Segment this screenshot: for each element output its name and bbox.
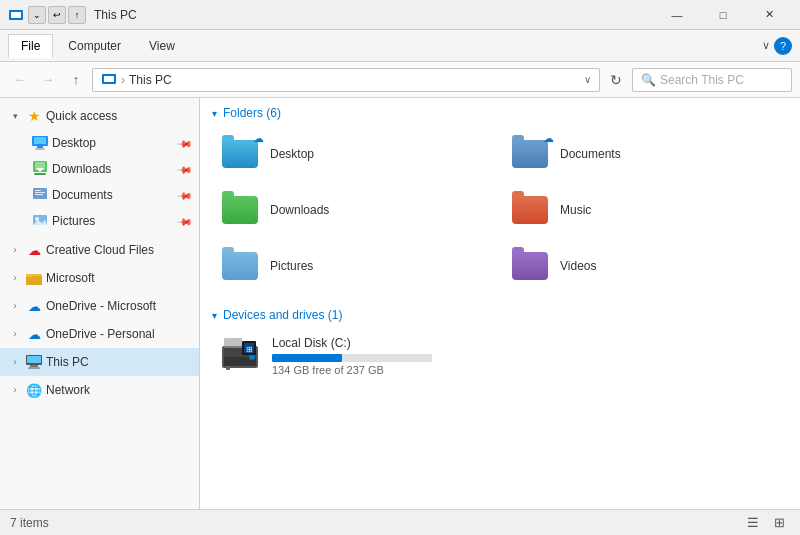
desktop-folder-icon: ☁: [220, 134, 260, 174]
title-bar: ⌄ ↩ ↑ This PC — □ ✕: [0, 0, 800, 30]
svg-rect-21: [26, 274, 33, 277]
sidebar: ▾ ★ Quick access Desktop 📌 Downloads 📌: [0, 98, 200, 509]
sidebar-item-pictures[interactable]: Pictures 📌: [0, 208, 199, 234]
search-box[interactable]: 🔍 Search This PC: [632, 68, 792, 92]
videos-folder-icon: [510, 246, 550, 286]
sidebar-pictures-label: Pictures: [52, 214, 175, 228]
devices-chevron-icon: ▾: [212, 310, 217, 321]
item-count-label: 7 items: [10, 516, 49, 530]
address-path[interactable]: › This PC ∨: [92, 68, 600, 92]
sidebar-downloads-label: Downloads: [52, 162, 175, 176]
sidebar-item-network[interactable]: › 🌐 Network: [0, 376, 199, 404]
svg-text:⊞: ⊞: [246, 345, 253, 354]
address-thispc: This PC: [129, 73, 172, 87]
desktop-icon: [32, 135, 48, 151]
folders-section-label: Folders (6): [223, 106, 281, 120]
svg-rect-23: [27, 356, 41, 363]
drive-c-info: Local Disk (C:) 134 GB free of 237 GB: [272, 336, 780, 376]
address-dropdown-icon[interactable]: ∨: [584, 74, 591, 85]
window-controls: — □ ✕: [654, 0, 792, 30]
up-button[interactable]: ↑: [64, 68, 88, 92]
svg-rect-15: [35, 194, 43, 195]
svg-rect-3: [104, 76, 114, 82]
quick-btn-3[interactable]: ↑: [68, 6, 86, 24]
drive-c-bar-bg: [272, 354, 432, 362]
star-icon: ★: [26, 108, 42, 124]
folders-section-header[interactable]: ▾ Folders (6): [212, 106, 788, 120]
sidebar-microsoft-label: Microsoft: [46, 271, 191, 285]
sidebar-item-documents[interactable]: Documents 📌: [0, 182, 199, 208]
sidebar-item-quick-access[interactable]: ▾ ★ Quick access: [0, 102, 199, 130]
drive-c-free-space: 134 GB free of 237 GB: [272, 364, 780, 376]
folder-item-videos[interactable]: Videos: [502, 240, 788, 292]
music-folder-label: Music: [560, 203, 591, 217]
pictures-folder-label: Pictures: [270, 259, 313, 273]
ribbon-chevron: ∨ ?: [762, 37, 792, 55]
documents-folder-icon: ☁: [510, 134, 550, 174]
tab-file[interactable]: File: [8, 34, 53, 58]
svg-rect-1: [11, 12, 21, 18]
sidebar-item-microsoft[interactable]: › Microsoft: [0, 264, 199, 292]
sidebar-item-downloads[interactable]: Downloads 📌: [0, 156, 199, 182]
sidebar-item-this-pc[interactable]: › This PC: [0, 348, 199, 376]
videos-folder-label: Videos: [560, 259, 596, 273]
network-chevron-icon: ›: [8, 383, 22, 397]
search-icon: 🔍: [641, 73, 656, 87]
pictures-folder-icon: [220, 246, 260, 286]
pin-icon-2: 📌: [177, 161, 193, 177]
help-icon[interactable]: ?: [774, 37, 792, 55]
svg-rect-11: [34, 173, 46, 175]
quick-access-label: Quick access: [46, 109, 191, 123]
this-pc-icon: [26, 354, 42, 370]
sidebar-item-creative-cloud[interactable]: › ☁ Creative Cloud Files: [0, 236, 199, 264]
folder-item-documents[interactable]: ☁ Documents: [502, 128, 788, 180]
pictures-icon: [32, 213, 48, 229]
devices-section-label: Devices and drives (1): [223, 308, 342, 322]
drive-c-bar-fill: [272, 354, 342, 362]
main-layout: ▾ ★ Quick access Desktop 📌 Downloads 📌: [0, 98, 800, 509]
grid-view-button[interactable]: ⊞: [768, 514, 790, 532]
cc-chevron-icon: ›: [8, 243, 22, 257]
list-view-button[interactable]: ☰: [742, 514, 764, 532]
svg-rect-24: [30, 365, 38, 367]
folder-item-desktop[interactable]: ☁ Desktop: [212, 128, 498, 180]
content-area: ▾ Folders (6) ☁ Desktop ☁ Documents: [200, 98, 800, 509]
quick-btn-1[interactable]: ⌄: [28, 6, 46, 24]
close-button[interactable]: ✕: [746, 0, 792, 30]
microsoft-folder-icon: [26, 270, 42, 286]
ribbon: File Computer View ∨ ?: [0, 30, 800, 62]
svg-rect-31: [224, 338, 242, 348]
odp-chevron-icon: ›: [8, 327, 22, 341]
minimize-button[interactable]: —: [654, 0, 700, 30]
devices-section-header[interactable]: ▾ Devices and drives (1): [212, 308, 788, 322]
folder-item-downloads[interactable]: Downloads: [212, 184, 498, 236]
odm-chevron-icon: ›: [8, 299, 22, 313]
tab-view[interactable]: View: [136, 34, 188, 58]
tab-computer[interactable]: Computer: [55, 34, 134, 58]
svg-rect-6: [37, 146, 43, 148]
sidebar-item-onedrive-microsoft[interactable]: › ☁ OneDrive - Microsoft: [0, 292, 199, 320]
forward-button[interactable]: →: [36, 68, 60, 92]
pin-icon: 📌: [177, 135, 193, 151]
svg-rect-13: [35, 190, 41, 191]
svg-rect-5: [34, 137, 46, 144]
folder-item-pictures[interactable]: Pictures: [212, 240, 498, 292]
documents-folder-label: Documents: [560, 147, 621, 161]
back-button[interactable]: ←: [8, 68, 32, 92]
quick-access-section: ▾ ★ Quick access Desktop 📌 Downloads 📌: [0, 102, 199, 234]
window-title: This PC: [94, 8, 654, 22]
refresh-button[interactable]: ↻: [604, 68, 628, 92]
ms-chevron-icon: ›: [8, 271, 22, 285]
desktop-folder-label: Desktop: [270, 147, 314, 161]
collapse-ribbon-icon[interactable]: ∨: [762, 39, 770, 52]
drive-item-c[interactable]: ⊞ Local Disk (C:) 134 GB free of 237 GB: [212, 330, 788, 382]
svg-rect-7: [35, 148, 45, 150]
sidebar-thispc-label: This PC: [46, 355, 191, 369]
pin-icon-4: 📌: [177, 213, 193, 229]
onedrive-personal-icon: ☁: [26, 326, 42, 342]
maximize-button[interactable]: □: [700, 0, 746, 30]
sidebar-item-onedrive-personal[interactable]: › ☁ OneDrive - Personal: [0, 320, 199, 348]
sidebar-item-desktop[interactable]: Desktop 📌: [0, 130, 199, 156]
folder-item-music[interactable]: Music: [502, 184, 788, 236]
quick-btn-2[interactable]: ↩: [48, 6, 66, 24]
